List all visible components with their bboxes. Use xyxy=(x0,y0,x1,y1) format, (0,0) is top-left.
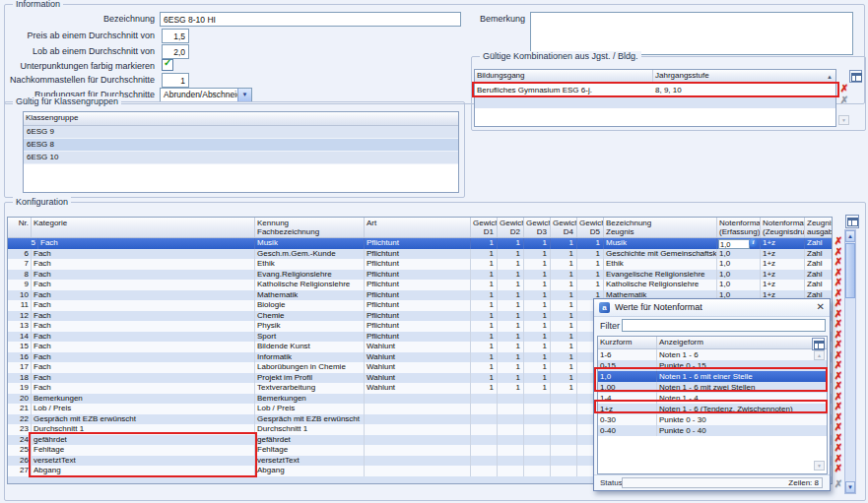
cell-gewicht-d3[interactable]: 1 xyxy=(524,270,551,281)
column-chooser-icon[interactable] xyxy=(812,338,825,350)
cell-gewicht-d3[interactable]: 1 xyxy=(524,373,551,384)
cell-gewicht-d5[interactable]: 1 xyxy=(577,249,604,260)
cell-kurzform[interactable]: 1+z xyxy=(598,404,657,414)
cell-kennung[interactable]: Textverarbeitung xyxy=(255,383,365,394)
cell-gewicht-d3[interactable] xyxy=(524,404,551,414)
cell-kennung[interactable]: Lob / Preis xyxy=(255,404,365,414)
cell-kategorie[interactable]: Fach xyxy=(32,373,255,384)
cell-gewicht-d1[interactable] xyxy=(471,414,498,425)
cell-gewicht-d1[interactable] xyxy=(471,445,498,456)
cell-bezeichnung-zeugnis[interactable]: Katholische Religionslehre xyxy=(604,280,717,290)
column-header-nr[interactable]: Nr.▲ xyxy=(8,218,32,237)
cell-notenformat-erfassung[interactable]: 1,0 xyxy=(717,280,761,290)
nachkommastellen-input[interactable] xyxy=(162,73,189,88)
cell-zeugnisausgabe[interactable]: Zahl xyxy=(805,238,832,249)
scroll-down-icon[interactable]: ▼ xyxy=(845,481,855,493)
cell-gewicht-d4[interactable]: 1 xyxy=(551,259,577,270)
cell-kategorie[interactable]: Fach xyxy=(32,259,255,270)
cell-art[interactable]: Pflichtunt xyxy=(365,290,471,301)
cell-nr[interactable]: 15 xyxy=(8,342,32,352)
cell-gewicht-d1[interactable]: 1 xyxy=(471,238,498,249)
cell-gewicht-d1[interactable]: 1 xyxy=(471,270,498,281)
cell-zeugnisausgabe[interactable]: Zahl xyxy=(805,280,832,290)
cell-gewicht-d2[interactable] xyxy=(498,435,524,446)
cell-anzeigeform[interactable]: Punkte 0 - 15 xyxy=(657,360,813,371)
unterpunktungen-checkbox[interactable]: ✓ xyxy=(162,59,173,71)
cell-art[interactable] xyxy=(365,466,471,476)
column-chooser-icon[interactable] xyxy=(849,70,862,83)
notenformat-row[interactable]: 1,0Noten 1 - 6 mit einer Stelle xyxy=(598,371,827,382)
cell-kurzform[interactable]: 1,0 xyxy=(598,371,657,382)
cell-nr[interactable]: 11 xyxy=(8,300,32,311)
cell-gewicht-d1[interactable]: 1 xyxy=(471,332,498,343)
column-header-gewicht-d5[interactable]: GewichtD5 xyxy=(577,218,604,237)
column-header-notenformat-zeugnisdruck[interactable]: Notenformat(Zeugnisdruck) xyxy=(761,218,805,237)
cell-kennung[interactable]: Sport xyxy=(255,332,365,343)
column-header-bezeichnung-zeugnis[interactable]: BezeichnungZeugnis xyxy=(604,218,717,237)
cell-nr[interactable]: 20 xyxy=(8,394,32,405)
cell-notenformat-erfassung[interactable]: 1,0 xyxy=(717,249,761,260)
filter-input[interactable] xyxy=(622,319,826,332)
cell-kategorie[interactable]: Fach xyxy=(32,332,255,343)
cell-notenformat-zeugnisdruck[interactable]: 1+z xyxy=(761,259,805,270)
cell-gewicht-d3[interactable]: 1 xyxy=(524,332,551,343)
cell-gewicht-d3[interactable]: 1 xyxy=(524,238,551,249)
cell-art[interactable]: Pflichtunt xyxy=(365,321,471,332)
cell-kurzform[interactable]: 1,00 xyxy=(598,382,657,393)
cell-nr[interactable]: 6 xyxy=(8,249,32,260)
cell-art[interactable] xyxy=(365,445,471,456)
table-row[interactable]: Berufliches Gymnasium ESG 6-j. 8, 9, 10 xyxy=(475,84,835,96)
cell-kennung[interactable]: Mathematik xyxy=(255,290,365,301)
list-item-klassengruppe[interactable]: 6ESG 9 xyxy=(24,126,458,139)
cell-gewicht-d3[interactable]: 1 xyxy=(524,249,551,260)
info-icon[interactable]: i xyxy=(749,238,758,247)
cell-anzeigeform[interactable]: Noten 1 - 6 mit einer Stelle xyxy=(657,371,813,382)
cell-gewicht-d1[interactable] xyxy=(471,456,498,467)
cell-anzeigeform[interactable]: Punkte 0 - 30 xyxy=(657,414,813,425)
cell-kategorie[interactable]: Fach xyxy=(32,311,255,322)
cell-gewicht-d3[interactable]: 1 xyxy=(524,352,551,363)
cell-nr[interactable]: 21 xyxy=(8,404,32,414)
cell-gewicht-d1[interactable]: 1 xyxy=(471,362,498,373)
cell-kategorie[interactable]: versetztText xyxy=(32,456,255,467)
cell-kategorie[interactable]: Fach xyxy=(32,362,255,373)
cell-nr[interactable]: 17 xyxy=(8,362,32,373)
cell-gewicht-d1[interactable] xyxy=(471,404,498,414)
cell-gewicht-d4[interactable]: 1 xyxy=(551,362,577,373)
bezeichnung-input[interactable] xyxy=(160,12,461,27)
cell-notenformat-erfassung[interactable]: 1,0 xyxy=(717,270,761,281)
cell-zeugnisausgabe[interactable]: Zahl xyxy=(805,259,832,270)
cell-bildungsgang[interactable]: Berufliches Gymnasium ESG 6-j. xyxy=(475,84,653,96)
cell-bezeichnung-zeugnis[interactable]: Geschichte mit Gemeinschaftskunde xyxy=(604,249,717,260)
cell-kennung[interactable]: Informatik xyxy=(255,352,365,363)
cell-bezeichnung-zeugnis[interactable]: Evangelische Religionslehre xyxy=(604,270,717,281)
cell-nr[interactable]: 13 xyxy=(8,321,32,332)
cell-gewicht-d2[interactable]: 1 xyxy=(498,373,524,384)
cell-gewicht-d1[interactable]: 1 xyxy=(471,311,498,322)
cell-gewicht-d1[interactable]: 1 xyxy=(471,321,498,332)
cell-kurzform[interactable]: 0-40 xyxy=(598,425,657,436)
cell-anzeigeform[interactable]: Punkte 0 - 40 xyxy=(657,425,813,436)
cell-art[interactable]: Pflichtunt xyxy=(365,259,471,270)
cell-art[interactable] xyxy=(365,456,471,467)
cell-gewicht-d2[interactable] xyxy=(498,414,524,425)
cell-gewicht-d4[interactable] xyxy=(551,445,577,456)
notenformat-row[interactable]: 0-15Punkte 0 - 15 xyxy=(598,360,827,371)
dialog-titlebar[interactable]: a Werte für Notenformat ✕ xyxy=(594,299,830,317)
cell-nr[interactable]: 18 xyxy=(8,373,32,384)
cell-notenformat-zeugnisdruck[interactable]: 1+z xyxy=(761,249,805,260)
cell-nr[interactable]: 12 xyxy=(8,311,32,322)
cell-gewicht-d1[interactable]: 1 xyxy=(471,259,498,270)
notenformat-row[interactable]: 1,00Noten 1 - 6 mit zwei Stellen xyxy=(598,382,827,393)
cell-kennung[interactable]: Chemie xyxy=(255,311,365,322)
cell-gewicht-d3[interactable] xyxy=(524,466,551,476)
cell-gewicht-d2[interactable]: 1 xyxy=(498,352,524,363)
cell-gewicht-d2[interactable]: 1 xyxy=(498,362,524,373)
cell-kennung[interactable]: gefährdet xyxy=(255,435,365,446)
cell-jahrgangsstufe[interactable]: 8, 9, 10 xyxy=(653,84,835,96)
cell-gewicht-d3[interactable]: 1 xyxy=(524,342,551,352)
notenformat-row[interactable]: 1-4Noten 1 - 4 xyxy=(598,393,827,404)
cell-bezeichnung-zeugnis[interactable]: Musik xyxy=(604,238,717,249)
cell-gewicht-d1[interactable] xyxy=(471,435,498,446)
cell-nr[interactable]: 19 xyxy=(8,383,32,394)
